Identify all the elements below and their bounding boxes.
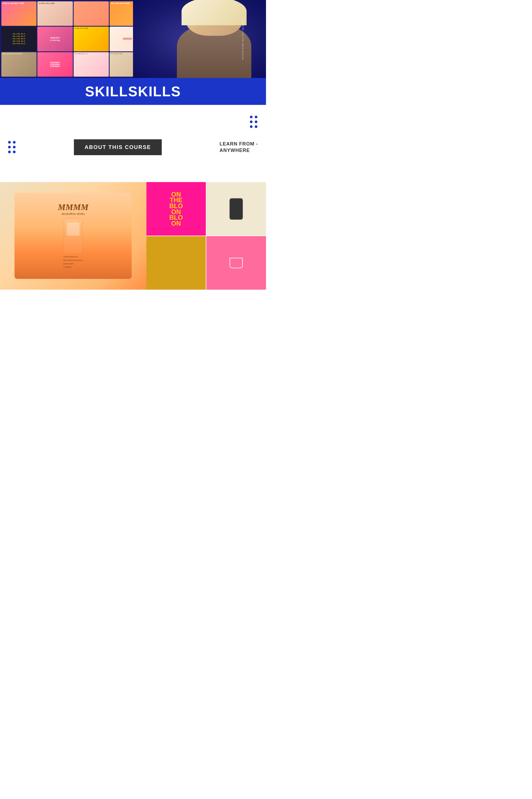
dot-left-2 bbox=[13, 141, 16, 144]
about-this-course-badge: ABOUT THIS COURSE bbox=[74, 139, 162, 155]
dots-right-decoration bbox=[250, 116, 258, 129]
person-silhouette bbox=[168, 8, 261, 78]
dot-1 bbox=[250, 116, 252, 118]
drink-ice-cubes bbox=[66, 222, 79, 236]
site-title: SKILLSKILLS bbox=[8, 84, 258, 99]
collage-item-6: MINDSETis the key bbox=[37, 26, 73, 51]
on-the-blog-card: ONTHEBLOONBLOON bbox=[147, 182, 206, 236]
basket-card bbox=[206, 236, 266, 290]
learn-from-text: LEARN FROM - ANYWHERE bbox=[220, 141, 258, 153]
drink-card: MMMM alcoholfree drinks caramelized ice … bbox=[15, 193, 132, 279]
about-section: ABOUT THIS COURSE LEARN FROM - ANYWHERE bbox=[0, 134, 266, 166]
collage-item-1: NOW IS THE BEST TIME bbox=[1, 1, 37, 26]
dot-left-4 bbox=[13, 146, 16, 148]
dot-left-1 bbox=[8, 141, 11, 144]
dot-left-3 bbox=[8, 146, 11, 148]
drink-subtitle: alcoholfree drinks bbox=[61, 212, 84, 215]
drink-ingredients: caramelized ice alcoholfree prosecco sod… bbox=[63, 255, 83, 269]
collage-item-3 bbox=[74, 1, 109, 26]
collage-item-9: OUR FAVORITE MOTHERS bbox=[1, 52, 37, 77]
drink-glass bbox=[64, 218, 82, 253]
basket-visual bbox=[229, 258, 243, 268]
dot-4 bbox=[255, 121, 258, 123]
collage-item-2: A LIFE YOU LOVE bbox=[37, 1, 73, 26]
on-the-blog-text: ONTHEBLOONBLOON bbox=[168, 190, 184, 228]
dot-left-5 bbox=[8, 151, 11, 153]
collage-item-11: THE MINDSET OF bbox=[74, 52, 109, 77]
hero-collage: NOW IS THE BEST TIME A LIFE YOU LOVE ASK… bbox=[0, 0, 147, 78]
dots-left-decoration bbox=[8, 141, 16, 154]
collage-item-7: A LIFE YOU LOVE bbox=[74, 26, 109, 51]
collage-item-5: ON THE BLOON THE BLOON THE BLOON THE BLO… bbox=[1, 26, 37, 51]
title-banner: SKILLSKILLS bbox=[0, 78, 266, 105]
dot-3 bbox=[250, 121, 252, 123]
hero-portrait: Skillskills.com For More Course bbox=[133, 0, 266, 78]
dot-2 bbox=[255, 116, 258, 118]
dot-left-6 bbox=[13, 151, 16, 153]
right-cards-grid: ONTHEBLOONBLOON bbox=[147, 182, 266, 290]
watermark-text: Skillskills.com For More Course bbox=[241, 18, 244, 60]
collage-item-10: GIVEAWAYGIVEAWAYGIVEAWAY bbox=[37, 52, 73, 77]
drink-title: MMMM bbox=[58, 203, 89, 212]
golden-card bbox=[147, 236, 206, 290]
phone-mockup bbox=[229, 198, 243, 220]
lower-image-area: MMMM alcoholfree drinks caramelized ice … bbox=[0, 182, 266, 290]
dot-5 bbox=[250, 125, 252, 128]
hero-section: NOW IS THE BEST TIME A LIFE YOU LOVE ASK… bbox=[0, 0, 266, 78]
dot-6 bbox=[255, 125, 258, 128]
phone-card-content bbox=[206, 182, 266, 236]
drink-card-area: MMMM alcoholfree drinks caramelized ice … bbox=[0, 182, 147, 290]
phone-card bbox=[206, 182, 266, 236]
lower-section: MMMM alcoholfree drinks caramelized ice … bbox=[0, 182, 266, 290]
spacer-section bbox=[0, 105, 266, 134]
lower-image-background: MMMM alcoholfree drinks caramelized ice … bbox=[0, 182, 266, 290]
